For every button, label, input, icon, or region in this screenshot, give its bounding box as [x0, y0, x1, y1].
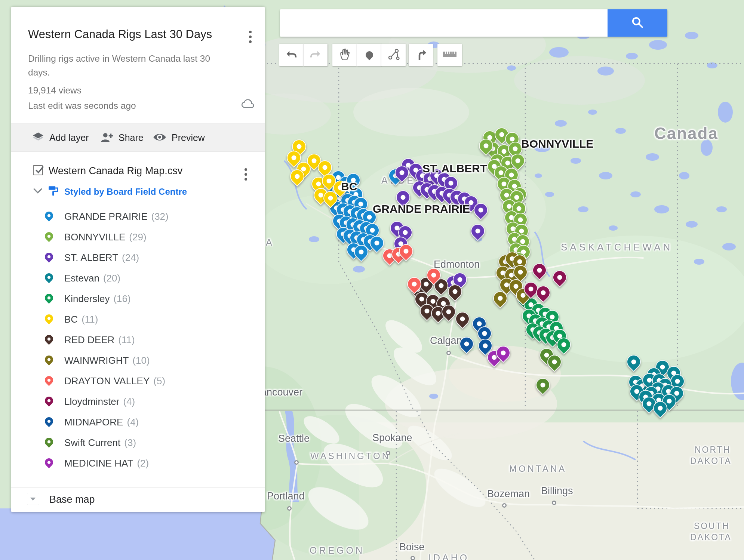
legend-list: GRANDE PRAIRIE(32)BONNYVILLE(29)ST. ALBE… [11, 206, 265, 474]
legend-pin-icon [43, 333, 55, 345]
share-button[interactable]: Share [100, 123, 144, 152]
map-label-idaho: IDAHO [428, 553, 469, 560]
marker-tool-icon [364, 50, 374, 60]
legend-item-name: BC(11) [64, 314, 98, 325]
layer-options-menu-icon[interactable] [245, 168, 248, 183]
map-title: Western Canada Rigs Last 30 Days [28, 28, 212, 41]
map-label-bonnyville: BONNYVILLE [521, 138, 593, 150]
legend-item-count: (2) [137, 458, 149, 469]
map-label-saskatchewan: SASKATCHEWAN [561, 241, 673, 253]
legend-item-count: (4) [123, 396, 135, 407]
legend-pin-icon [43, 251, 55, 262]
legend-pin-icon [43, 374, 55, 386]
city-dot-portland [287, 506, 292, 511]
layers-panel: Western Canada Rigs Last 30 Days Drillin… [11, 7, 265, 512]
legend-item-medicine-hat[interactable]: MEDICINE HAT(2) [11, 453, 265, 474]
map-label-billings: Billings [541, 485, 573, 497]
undo-button[interactable] [279, 44, 303, 66]
legend-item-name: DRAYTON VALLEY(5) [64, 375, 165, 387]
add-marker-tool-button[interactable] [357, 44, 381, 66]
legend-item-name: MEDICINE HAT(2) [64, 458, 149, 469]
legend-item-name: GRANDE PRAIRIE(32) [64, 211, 169, 222]
city-dot-billings [552, 501, 556, 505]
undo-icon [285, 48, 298, 62]
map-label-spokane: Spokane [372, 432, 412, 444]
legend-item-name: BONNYVILLE(29) [64, 231, 147, 243]
measure-tool-button[interactable] [437, 44, 462, 66]
map-label-montana: MONTANA [509, 464, 566, 474]
legend-item-count: (3) [124, 437, 136, 448]
city-dot-boise [411, 556, 415, 560]
map-description: Drilling rigs active in Western Canada l… [28, 52, 230, 79]
search-bar [280, 9, 667, 37]
map-label-bc: BC [341, 180, 357, 193]
add-directions-button[interactable] [409, 44, 433, 66]
legend-item-grande-prairie[interactable]: GRANDE PRAIRIE(32) [11, 206, 265, 227]
legend-pin-icon [43, 271, 55, 283]
layer-name[interactable]: Western Canada Rig Map.csv [49, 165, 182, 177]
my-maps-app: BCGRANDE PRAIRIEST. ALBERTBONNYVILLEEdmo… [0, 0, 744, 560]
legend-pin-icon [43, 436, 55, 447]
map-label-edmonton: Edmonton [434, 259, 480, 270]
saved-cloud-icon [241, 98, 255, 111]
map-label-oregon: OREGON [310, 545, 365, 556]
legend-pin-icon [43, 313, 55, 324]
person-add-icon [100, 132, 114, 144]
legend-item-count: (11) [118, 334, 135, 345]
legend-item-bonnyville[interactable]: BONNYVILLE(29) [11, 227, 265, 247]
layer-style-row[interactable]: Styled by Board Field Centre [33, 185, 187, 198]
legend-item-kindersley[interactable]: Kindersley(16) [11, 289, 265, 309]
paint-roller-icon [48, 185, 59, 199]
map-label-south: SOUTH [694, 521, 730, 531]
legend-item-swift-current[interactable]: Swift Current(3) [11, 433, 265, 453]
map-label-dakota: DAKOTA [690, 456, 732, 466]
legend-item-lloydminster[interactable]: Lloydminster(4) [11, 391, 265, 412]
city-dot-calgary [446, 351, 451, 355]
legend-item-bc[interactable]: BC(11) [11, 309, 265, 330]
polyline-tool-icon [387, 48, 400, 62]
legend-pin-icon [43, 415, 55, 427]
layer-visibility-checkbox[interactable] [33, 165, 43, 175]
hand-icon [339, 48, 351, 62]
search-button[interactable] [608, 9, 667, 37]
styled-by-link[interactable]: Styled by Board Field Centre [64, 187, 187, 197]
city-dot-seattle [294, 460, 299, 465]
search-icon [631, 16, 644, 30]
legend-item-name: Estevan(20) [64, 273, 120, 284]
legend-item-st-albert[interactable]: ST. ALBERT(24) [11, 247, 265, 268]
legend-item-count: (20) [103, 273, 120, 284]
legend-item-midnapore[interactable]: MIDNAPORE(4) [11, 412, 265, 433]
directions-icon [415, 48, 427, 62]
legend-item-count: (24) [122, 252, 139, 263]
pan-tool-button[interactable] [332, 44, 357, 66]
draw-line-tool-button[interactable] [381, 44, 406, 66]
redo-button[interactable] [303, 44, 328, 66]
redo-icon [309, 48, 322, 62]
base-map-label: Base map [49, 494, 95, 505]
legend-item-count: (4) [127, 416, 139, 428]
legend-item-name: WAINWRIGHT(10) [64, 355, 150, 366]
legend-item-estevan[interactable]: Estevan(20) [11, 268, 265, 289]
base-map-row: Base map [11, 488, 265, 512]
search-input[interactable] [280, 9, 608, 37]
legend-item-count: (10) [132, 355, 150, 366]
map-label-st-albert: ST. ALBERT [422, 162, 487, 175]
view-count: 19,914 views [28, 85, 82, 96]
map-label-north: NORTH [695, 445, 731, 455]
panel-actions-bar: Add layer Share Preview [11, 123, 265, 152]
legend-pin-icon [43, 292, 55, 304]
map-label-grande-prairie: GRANDE PRAIRIE [373, 203, 470, 215]
legend-item-wainwright[interactable]: WAINWRIGHT(10) [11, 350, 265, 371]
legend-item-name: Lloydminster(4) [64, 396, 135, 407]
map-options-menu-icon[interactable] [249, 31, 252, 45]
legend-item-count: (32) [151, 211, 169, 222]
city-dot-spokane [386, 451, 390, 455]
add-layer-button[interactable]: Add layer [32, 123, 89, 152]
base-map-toggle-button[interactable] [27, 493, 39, 505]
legend-item-drayton-valley[interactable]: DRAYTON VALLEY(5) [11, 371, 265, 391]
legend-item-name: ST. ALBERT(24) [64, 252, 139, 264]
last-edit-status: Last edit was seconds ago [28, 101, 136, 111]
legend-pin-icon [43, 230, 55, 242]
legend-item-red-deer[interactable]: RED DEER(11) [11, 330, 265, 350]
preview-button[interactable]: Preview [153, 123, 205, 152]
